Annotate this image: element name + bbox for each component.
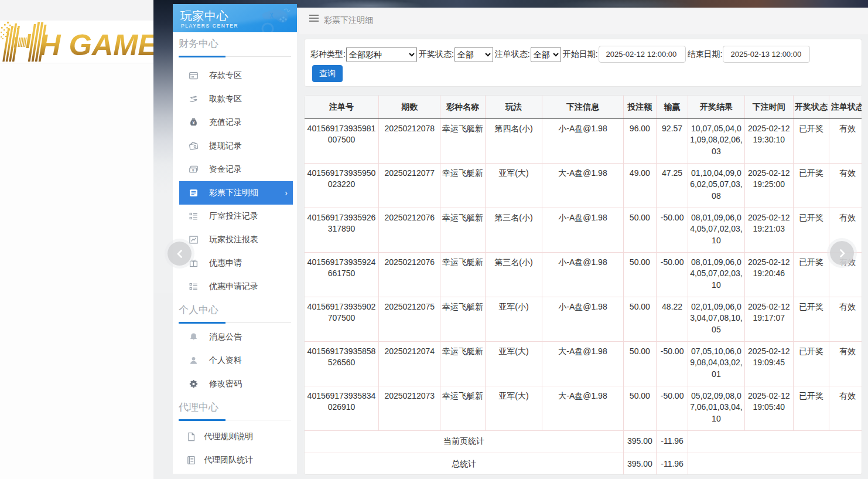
svg-text:H GAME: H GAME: [39, 28, 153, 62]
svg-text:¥: ¥: [192, 168, 194, 172]
svg-text:¥: ¥: [193, 121, 195, 125]
